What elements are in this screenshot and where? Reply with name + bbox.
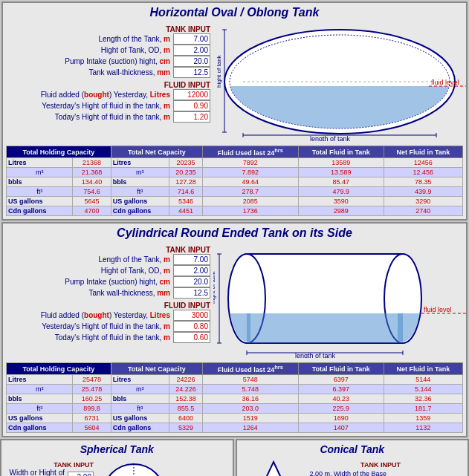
cell-val: 3290 — [384, 197, 462, 206]
horizontal-oval-inputs: TANK INPUT Length of the Tank, m Hight o… — [6, 22, 210, 143]
hight-input-1[interactable] — [173, 45, 210, 56]
cylindrical-data-table: Total Holding Capacity Total Net Capacit… — [6, 362, 463, 433]
cell-val: 714.6 — [169, 187, 202, 197]
cell-val: 1359 — [384, 414, 462, 423]
fluid-bought-row-1: Fluid added (bought) Yesterday, Litres — [6, 89, 210, 100]
unit-label: Cdn gallons — [111, 423, 169, 433]
cell-val: 181.7 — [384, 404, 462, 414]
table-row: bbls 160.25 bbls 152.38 36.16 40.23 32.3… — [7, 394, 463, 404]
cylindrical-inputs: TANK INPUT Length of the Tank, m Hight o… — [6, 243, 210, 359]
unit-label: US gallons — [7, 197, 73, 206]
unit-label: ft³ — [111, 404, 169, 414]
unit-label: Litres — [111, 158, 169, 168]
cell-val: 152.38 — [169, 394, 202, 404]
cell-val: 36.16 — [202, 394, 298, 404]
table-row: US gallons 5645 US gallons 5346 2085 359… — [7, 197, 463, 206]
fluid-level-label-2: fluid level — [424, 306, 452, 313]
pump-row-2: Pump Intake (suction) hight, cm — [6, 276, 210, 287]
cell-val: 127.28 — [169, 177, 202, 187]
today-hight-input-1[interactable] — [173, 111, 210, 123]
cell-val: 5604 — [73, 423, 111, 433]
wall-input-2[interactable] — [173, 287, 210, 299]
cell-val: 1264 — [202, 423, 298, 433]
total-holding-header: Total Holding Capacity — [7, 146, 111, 158]
cell-val: 12.456 — [384, 168, 462, 177]
cell-val: 20235 — [169, 158, 202, 168]
table-row: bbls 134.40 bbls 127.28 49.64 85.47 78.3… — [7, 177, 463, 187]
cell-val: 5.144 — [384, 385, 462, 394]
unit-label: Litres — [7, 375, 73, 385]
pump-input-1[interactable] — [173, 56, 210, 67]
cell-val: 21368 — [73, 158, 111, 168]
length-input-2[interactable] — [173, 254, 210, 265]
tank-input-header-1: TANK INPUT — [6, 25, 210, 33]
cell-val: 5144 — [384, 375, 462, 385]
unit-label: US gallons — [111, 414, 169, 423]
cell-val: 3590 — [298, 197, 384, 206]
cell-val: 7892 — [202, 158, 298, 168]
cell-val: 24.226 — [169, 385, 202, 394]
horizontal-oval-title: Horizontal Oval / Oblong Tank — [6, 6, 463, 19]
sphere-width-row: Width or Hight of Tank, m — [4, 469, 94, 476]
cell-val: 24226 — [169, 375, 202, 385]
unit-label: m³ — [7, 168, 73, 177]
cell-val: 203.0 — [202, 404, 298, 414]
total-net-header-2: Total Net Capacity — [111, 363, 202, 375]
length-label-2: Length of the Tank, m — [6, 255, 173, 264]
cone-tank-header: TANK INPUT — [310, 461, 401, 469]
pump-label-1: Pump Intake (suction) hight, cm — [6, 57, 173, 65]
cell-val: 7.892 — [202, 168, 298, 177]
yesterday-hight-input-2[interactable] — [173, 321, 210, 332]
length-label-1: Length of the Tank, m — [6, 35, 173, 43]
cylindrical-round-title: Cylindrical Round Ended Tank on its Side — [6, 226, 463, 240]
cell-val: 5.748 — [202, 385, 298, 394]
length-row-2: Length of the Tank, m — [6, 254, 210, 265]
cylindrical-round-section: Cylindrical Round Ended Tank on its Side… — [1, 222, 468, 437]
cone-diagram — [240, 458, 307, 476]
fluid-used-header: Fluid Used last 24hrs — [202, 146, 298, 158]
pump-input-2[interactable] — [173, 276, 210, 287]
table-row: Cdn gallons 5604 Cdn gallons 5329 1264 1… — [7, 423, 463, 433]
yesterday-hight-row-1: Yesterday's Hight of fluid in the tank, … — [6, 100, 210, 111]
fluid-bought-label-2: Fluid added (bought) Yesterday, Litres — [6, 311, 173, 319]
unit-label: m³ — [111, 385, 169, 394]
cell-val: 25478 — [73, 375, 111, 385]
table-row: Litres 21368 Litres 20235 7892 13589 124… — [7, 158, 463, 168]
total-net-header: Total Net Capacity — [111, 146, 202, 158]
today-hight-label-2: Today's Hight of fluid in the tank, m — [6, 333, 173, 342]
cell-val: 855.5 — [169, 404, 202, 414]
length-input-1[interactable] — [173, 33, 210, 45]
fluid-bought-input-1[interactable] — [173, 89, 210, 100]
fluid-bought-label-1: Fluid added (bought) Yesterday, Litres — [6, 91, 173, 99]
today-hight-input-2[interactable] — [173, 332, 210, 343]
yesterday-hight-input-1[interactable] — [173, 100, 210, 111]
total-fluid-header-2: Total Fluid in Tank — [298, 363, 384, 375]
hight-input-2[interactable] — [173, 265, 210, 276]
cylindrical-tank-svg: fluid level hight of tank fluid hight r … — [213, 243, 466, 358]
sphere-width-label: Width or Hight of Tank, m — [4, 469, 68, 476]
hight-row-1: Hight of Tank, OD, m — [6, 45, 210, 56]
cell-val: 21.368 — [73, 168, 111, 177]
cell-val: 2989 — [298, 206, 384, 216]
wall-input-1[interactable] — [173, 67, 210, 78]
cone-svg — [240, 458, 307, 476]
cone-content: TANK INPUT 2.00 m, Width of the Base 2.0… — [240, 458, 465, 476]
fluid-bought-row-2: Fluid added (bought) Yesterday, Litres — [6, 310, 210, 321]
table-row: ft³ 754.6 ft³ 714.6 278.7 479.9 439.9 — [7, 187, 463, 197]
cell-val: 2085 — [202, 197, 298, 206]
horizontal-oval-diagram: fluid level hight of tank fluid hight r … — [213, 22, 466, 143]
svg-rect-3 — [230, 86, 450, 128]
hight-label-2: Hight of Tank, OD, m — [6, 267, 173, 275]
cone-inputs-panel: TANK INPUT 2.00 m, Width of the Base 2.0… — [310, 458, 401, 476]
today-hight-label-1: Today's Hight of fluid in the tank, m — [6, 113, 173, 121]
cell-val: 1519 — [202, 414, 298, 423]
table-row: Cdn gallons 4700 Cdn gallons 4451 1736 2… — [7, 206, 463, 216]
svg-marker-42 — [244, 462, 303, 476]
cell-val: 6400 — [169, 414, 202, 423]
sphere-inputs-panel: TANK INPUT Width or Hight of Tank, m Tan… — [4, 458, 94, 476]
yesterday-hight-row-2: Yesterday's Hight of fluid in the tank, … — [6, 321, 210, 332]
spherical-section: Spherical Tank TANK INPUT Width or Hight… — [0, 439, 234, 476]
sphere-width-input[interactable] — [68, 472, 94, 477]
fluid-bought-input-2[interactable] — [173, 310, 210, 321]
cell-val: 134.40 — [73, 177, 111, 187]
